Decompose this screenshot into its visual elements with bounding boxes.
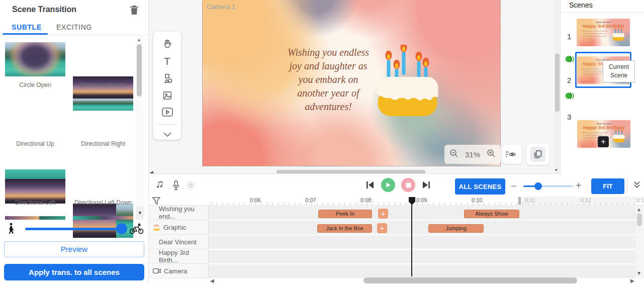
animation-bar-always-show[interactable]: Always Show <box>464 210 519 218</box>
microphone-icon[interactable] <box>171 179 181 194</box>
apply-transition-all-scenes-button[interactable]: Apply trans. to all scenes <box>4 264 144 280</box>
transition-thumb-partial[interactable] <box>5 216 65 220</box>
animation-bar-peek-in[interactable]: Peek In <box>318 210 372 218</box>
zoom-in-icon[interactable] <box>487 149 496 160</box>
timeline-zoom-slider-rest[interactable] <box>538 185 573 187</box>
track-camera[interactable]: Camera <box>149 264 209 278</box>
ruler-label: 0:12 <box>581 197 591 203</box>
timeline-zoom-in-icon[interactable]: + <box>576 180 582 192</box>
transition-thumb-directional-up[interactable] <box>5 169 65 204</box>
brightness-icon <box>185 180 196 193</box>
timeline-hscroll-right-icon[interactable]: ▶ <box>630 278 634 283</box>
track-graphic[interactable]: Graphic <box>149 220 209 235</box>
canvas-vscrollbar-thumb[interactable] <box>555 54 560 112</box>
trash-icon[interactable] <box>129 5 139 16</box>
image-tool[interactable] <box>153 88 181 103</box>
ruler-label: 0:09 <box>416 197 427 203</box>
transition-label: Directional Right <box>73 140 133 147</box>
timeline-hscroll-left-icon[interactable]: ◀ <box>210 278 214 283</box>
music-icon[interactable]: ♫ <box>155 177 164 191</box>
ruler-label: 0:08 <box>360 197 371 203</box>
cake-track-icon <box>153 224 160 231</box>
transition-label: Directional Up <box>5 140 65 147</box>
canvas-area: Camera 1 Wishing you endless joy and lau… <box>149 0 560 175</box>
scene-thumbnail-2-selected[interactable]: Dear Vincent Happy 3rd Birthday Wishing … <box>575 52 631 88</box>
track-label-column: Wishing you end... Graphic Dear Vincent … <box>149 206 209 278</box>
timeline-vscroll-up-icon[interactable]: ▲ <box>636 207 641 212</box>
transition-label: Directional Left <box>5 199 65 206</box>
lane <box>209 250 636 263</box>
panel-title: Scene Transition <box>12 5 76 14</box>
all-scenes-button[interactable]: ALL SCENES <box>455 178 505 195</box>
timeline-toolbar: ♫ ALL SCENES − + <box>149 174 644 197</box>
animation-bar-jumping[interactable]: Jumping <box>428 224 484 233</box>
shapes-tool[interactable] <box>153 71 181 86</box>
thumb-cake-icon <box>612 29 625 43</box>
copy-icon <box>530 147 545 162</box>
scene-canvas[interactable]: Camera 1 Wishing you endless joy and lau… <box>202 0 501 166</box>
ruler-label: 0:10 <box>472 197 482 203</box>
add-animation-button[interactable]: + <box>378 209 388 219</box>
timeline-vscrollbar-thumb[interactable] <box>637 213 642 226</box>
scroll-up-icon[interactable]: ▲ <box>137 37 141 42</box>
transitions-scrollbar-thumb[interactable] <box>137 44 142 97</box>
quick-preview-button[interactable] <box>502 145 521 164</box>
bike-speed-icon <box>129 223 144 235</box>
track-dear-vincent[interactable]: Dear Vincent <box>149 235 209 249</box>
scenes-panel: Scenes Dear Vincent Happy 3rd Birthday W… <box>560 0 644 174</box>
tab-subtle[interactable]: SUBTLE <box>12 23 42 31</box>
thumb-cake-icon <box>612 130 625 144</box>
transition-toggle-icon[interactable] <box>565 91 576 101</box>
walk-speed-icon <box>7 223 16 235</box>
duplicate-button[interactable] <box>526 144 549 165</box>
collapse-timeline-chevrons-icon[interactable] <box>632 180 641 192</box>
tabs-divider <box>0 35 149 35</box>
text-tool[interactable]: T <box>153 54 181 69</box>
tab-exciting[interactable]: EXCITING <box>56 23 92 31</box>
stop-button[interactable] <box>401 178 415 192</box>
play-button[interactable] <box>381 178 395 192</box>
toolbar-more-chevron-icon[interactable] <box>153 127 181 142</box>
birthday-cake-graphic[interactable] <box>374 45 441 120</box>
transition-label: Circle Open <box>5 81 65 88</box>
scene-number: 1 <box>567 32 571 41</box>
playhead-line <box>411 205 412 276</box>
animation-bar-jack-in-the-box[interactable]: Jack in the Box <box>317 224 372 233</box>
camera-region-label: Camera 1 <box>207 3 235 11</box>
add-animation-button[interactable]: + <box>377 223 387 233</box>
timeline-hscrollbar-thumb[interactable] <box>363 277 577 283</box>
timeline-zoom-out-icon[interactable]: − <box>511 180 517 192</box>
pan-hand-tool[interactable] <box>153 37 181 52</box>
camera-track-icon <box>153 268 161 274</box>
timeline-vscroll-down-icon[interactable]: ▼ <box>636 270 641 276</box>
transition-speed-slider-thumb[interactable] <box>116 223 127 234</box>
skip-forward-button[interactable] <box>421 180 431 192</box>
video-editor-app: Scene Transition SUBTLE EXCITING Circle … <box>0 0 644 284</box>
track-happy-3rd-birthday[interactable]: Happy 3rd Birth... <box>149 249 209 264</box>
scroll-down-icon[interactable]: ▼ <box>136 206 144 220</box>
preview-button[interactable]: Preview <box>4 241 144 257</box>
track-wishing-text[interactable]: Wishing you end... <box>149 206 209 220</box>
fit-button[interactable]: FIT <box>591 178 624 194</box>
timeline-zoom-slider-thumb[interactable] <box>534 182 542 190</box>
transition-speed-slider[interactable] <box>25 228 124 230</box>
lane <box>209 264 636 278</box>
ruler-label: 0:13 <box>636 197 644 203</box>
skip-back-button[interactable] <box>365 180 375 192</box>
add-scene-button[interactable]: + <box>598 136 609 147</box>
scene-number: 3 <box>567 113 571 121</box>
scene-thumbnail-1[interactable]: Dear Vincent Happy 3rd Birthday Wishing … <box>577 19 630 46</box>
transition-thumb-circle-open[interactable] <box>5 42 65 76</box>
ruler-label: 0:06 <box>250 197 260 203</box>
ruler-label: 0:11 <box>525 197 535 203</box>
transition-toggle-icon[interactable] <box>565 54 576 64</box>
lane <box>209 221 636 234</box>
canvas-vscroll-down-icon[interactable]: ▾ <box>555 167 558 172</box>
video-tool[interactable] <box>153 105 181 120</box>
zoom-level-value: 31% <box>465 150 480 159</box>
zoom-out-icon[interactable] <box>449 149 458 160</box>
timeline-ruler[interactable]: 0:06 0:07 0:08 0:09 0:10 0:11 0:12 0:13 <box>149 197 644 206</box>
scene-boundary-marker[interactable] <box>518 197 521 205</box>
transition-thumb-partial[interactable] <box>73 216 133 220</box>
canvas-toolbar: T <box>153 32 181 140</box>
